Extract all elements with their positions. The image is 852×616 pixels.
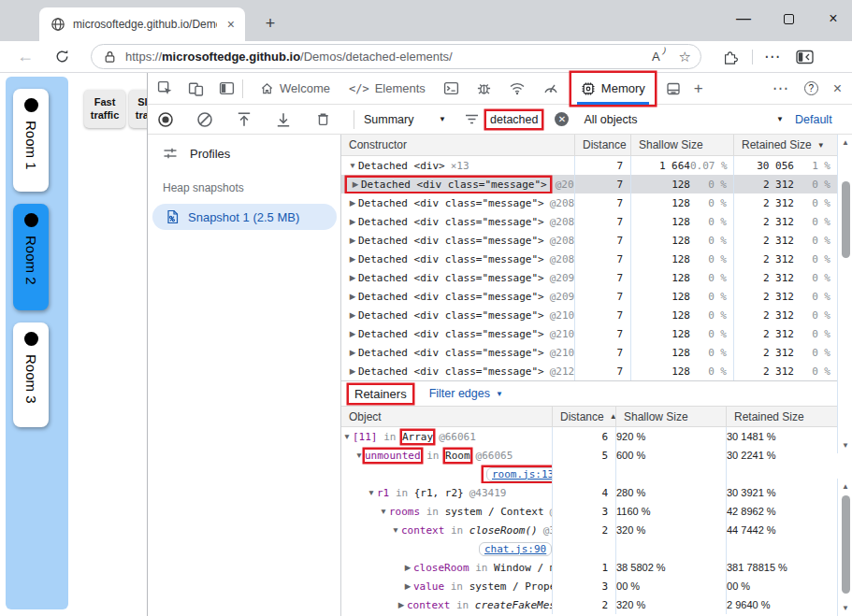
device-toolbar-icon[interactable] [188,80,204,96]
devtools-close-icon[interactable]: × [833,80,842,97]
retainer-row[interactable]: ▶closeRoom in Window / mic 1 38 5802 % 3… [341,558,852,577]
retainers-title: Retainers [349,385,412,403]
table-row[interactable]: ▶Detached <div class="message">@2084 7 1… [341,212,852,231]
table-row[interactable]: ▶Detached <div class="message">@2100 7 1… [341,306,852,324]
room-2-button[interactable]: Room 2 [13,204,49,310]
read-aloud-icon[interactable]: A) [652,50,660,64]
load-profile-icon[interactable] [236,111,253,128]
class-filter-input[interactable]: detached [486,111,542,128]
favorites-star-icon[interactable]: ☆ [679,49,691,65]
profiles-header[interactable]: Profiles [148,135,340,161]
tab-close-icon[interactable]: × [224,18,238,31]
source-link[interactable]: room.js:13 [486,467,553,481]
heap-snapshots-section-label: Heap snapshots [148,161,340,194]
lock-icon[interactable] [104,50,116,64]
code-icon: </> [349,82,369,95]
table-row[interactable]: ▶Detached <div class="message">@2086 7 1… [341,231,852,250]
maximize-icon [784,14,794,24]
page-content: Room 1 Room 2 Room 3 Fast traffic Slow t… [0,73,147,616]
new-tab-button[interactable]: + [258,11,282,36]
clear-profiles-icon[interactable] [196,111,213,128]
bug-icon[interactable] [476,80,492,96]
table-row-selected[interactable]: ▶Detached <div class="message">@2081 7 1… [341,175,852,193]
column-header-constructor[interactable]: Constructor [341,135,575,155]
delete-snapshot-icon[interactable] [314,111,331,127]
column-header-shallow[interactable]: Shallow Size [631,135,734,155]
column-header-retained[interactable]: Retained Size [727,407,837,426]
base-snapshot-label[interactable]: Default [795,113,852,126]
settings-menu-icon[interactable]: ⋯ [764,47,781,66]
console-drawer-icon[interactable] [443,80,459,96]
objects-scope-select[interactable]: All objects ▼ [578,113,795,126]
performance-gauge-icon[interactable] [542,81,559,95]
perspective-select[interactable]: Summary▼ [364,113,446,126]
chevron-down-icon: ▼ [776,115,784,123]
tab-memory[interactable]: Memory [571,73,655,105]
room-label: Room 2 [23,236,39,285]
fast-traffic-button[interactable]: Fast traffic [84,90,125,128]
retainer-row[interactable]: ▼rooms in system / Context@38 3 1160 % 4… [341,502,852,521]
scroll-up-icon[interactable]: ▲ [838,482,852,491]
table-row[interactable]: ▶Detached <div class="message">@2105 7 1… [341,343,852,362]
filter-edges-dropdown[interactable]: Filter edges▼ [429,387,503,400]
network-wifi-icon[interactable] [509,81,526,95]
save-profile-icon[interactable] [275,111,292,128]
browser-tab[interactable]: microsoftedge.github.io/Demos/c × [39,7,245,41]
snapshot-item[interactable]: Snapshot 1 (2.5 MB) [152,204,337,230]
slow-traffic-button[interactable]: Slow traffic [129,90,147,128]
dock-side-icon[interactable] [219,80,235,96]
window-maximize-button[interactable] [770,0,807,37]
window-close-button[interactable]: × [815,0,852,37]
scroll-down-icon[interactable]: ▼ [838,441,852,450]
url-field[interactable]: https://microsoftedge.github.io/Demos/de… [91,44,701,69]
retainer-row[interactable]: ▼[11] in Array@66061 6 920 % 30 1481 % [341,427,852,446]
table-row[interactable]: ▶Detached <div class="message">@2093 7 1… [341,268,852,287]
inspect-element-icon[interactable] [157,80,173,96]
source-link[interactable]: chat.js:90 [479,542,552,556]
table-row[interactable]: ▶Detached <div class="message">@2082 7 1… [341,193,852,212]
tab-title: microsoftedge.github.io/Demos/c [73,18,217,31]
tab-welcome[interactable]: Welcome [251,73,339,105]
retainer-row[interactable]: ▶context in createFakeMessag 2 320 % 2 9… [341,595,852,614]
extensions-icon[interactable] [722,49,739,65]
sidebar-toggle-icon[interactable] [796,50,814,64]
take-snapshot-icon[interactable] [157,111,174,128]
table-row[interactable]: ▶Detached <div class="message">@2102 7 1… [341,324,852,343]
filter-icon[interactable] [465,113,479,125]
room-3-button[interactable]: Room 3 [13,322,49,427]
column-header-distance[interactable]: Distance [575,135,631,155]
column-header-distance[interactable]: Distance▲ [553,407,616,426]
column-header-shallow[interactable]: Shallow Size [616,407,727,426]
scroll-down-icon[interactable]: ▼ [838,604,852,612]
more-tabs-icon[interactable]: + [694,79,703,98]
scrollbar-thumb[interactable] [842,495,850,594]
retainer-row[interactable]: ▼context in closeRoom()@323 2 320 % 44 7… [341,521,852,539]
refresh-icon[interactable] [54,49,70,64]
scroll-up-icon[interactable]: ▲ [838,138,852,147]
application-panel-icon[interactable] [666,81,681,96]
tab-elements[interactable]: </> Elements [339,73,435,105]
column-header-retained[interactable]: Retained Size▼ [734,135,837,155]
clear-filter-icon[interactable]: ✕ [555,112,569,126]
retainer-row[interactable]: ▼unmounted in Room@66065 5 600 % 30 2241… [341,446,852,465]
window-minimize-button[interactable]: — [725,0,762,37]
column-header-object[interactable]: Object [341,407,553,426]
retainers-scrollbar[interactable]: ▲ ▼ [837,479,852,616]
room-dot [24,332,38,346]
scrollbar-thumb[interactable] [842,181,850,258]
profiles-sidebar: Profiles Heap snapshots Snapshot 1 (2.5 … [148,135,341,616]
devtools-menu-icon[interactable]: ⋯ [773,79,789,98]
retainer-row[interactable]: ▼r1 in {r1, r2}@43419 4 280 % 30 3921 % [341,483,852,502]
table-row[interactable]: ▶Detached <div class="message">@2089 7 1… [341,250,852,268]
table-row[interactable]: ▶Detached <div class="message">@2097 7 1… [341,287,852,306]
heap-table-scrollbar[interactable]: ▲ ▼ [837,135,852,453]
home-icon [260,81,274,95]
table-row[interactable]: ▼Detached <div>×13 7 1 6640.07 % 30 0561… [341,156,852,175]
room-1-button[interactable]: Room 1 [13,89,49,192]
back-icon[interactable]: ← [17,47,34,66]
table-row[interactable]: ▶Detached <div class="message">@2126 7 1… [341,362,852,380]
help-icon[interactable]: ? [804,81,818,95]
retainer-row[interactable]: ▶value in system / Propert 3 00 % 00 % [341,577,852,595]
snapshot-label: Snapshot 1 (2.5 MB) [188,210,299,224]
tab-bar: microsoftedge.github.io/Demos/c × + — × [0,0,852,41]
